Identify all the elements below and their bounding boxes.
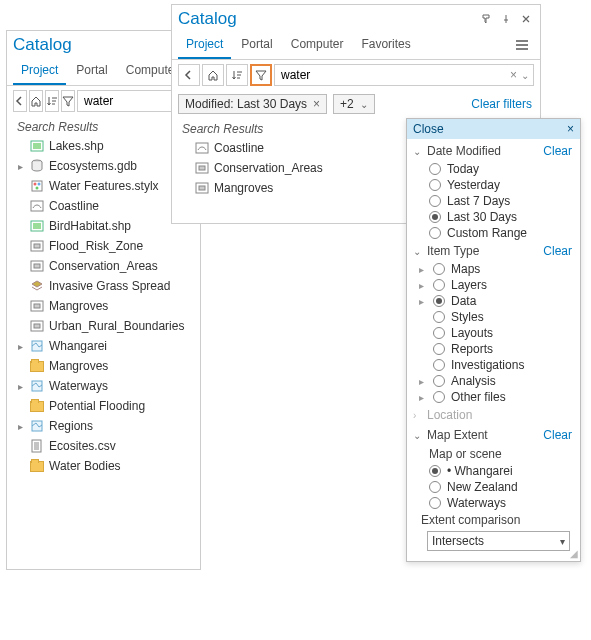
filter-option[interactable]: Last 30 Days [411, 209, 576, 225]
tab-portal[interactable]: Portal [233, 33, 280, 59]
list-item[interactable]: Mangroves [11, 296, 196, 316]
list-item[interactable]: ▸Waterways [11, 376, 196, 396]
home-icon[interactable] [202, 64, 224, 86]
menu-icon[interactable] [514, 37, 530, 53]
filter-chip-more[interactable]: +2 ⌄ [333, 94, 375, 114]
filter-option[interactable]: ▸Layers [411, 277, 576, 293]
back-button[interactable] [178, 64, 200, 86]
filter-chip-modified[interactable]: Modified: Last 30 Days × [178, 94, 327, 114]
list-item[interactable]: Urban_Rural_Boundaries [11, 316, 196, 336]
filter-option[interactable]: Layouts [411, 325, 576, 341]
filter-option[interactable]: ▸Other files [411, 389, 576, 405]
radio-icon[interactable] [433, 279, 445, 291]
list-item[interactable]: Ecosites.csv [11, 436, 196, 456]
radio-icon[interactable] [429, 497, 441, 509]
clear-filters-link[interactable]: Clear filters [471, 97, 540, 111]
list-item[interactable]: Invasive Grass Spread [11, 276, 196, 296]
close-icon[interactable]: × [567, 122, 574, 136]
radio-icon[interactable] [433, 311, 445, 323]
tab-project[interactable]: Project [13, 59, 66, 85]
list-item[interactable]: ▸Ecosystems.gdb [11, 156, 196, 176]
svg-point-5 [38, 183, 41, 186]
filter-option[interactable]: Investigations [411, 357, 576, 373]
radio-icon[interactable] [429, 227, 441, 239]
filter-option[interactable]: New Zealand [411, 479, 576, 495]
back-button[interactable] [13, 90, 27, 112]
list-item[interactable]: Coastline [11, 196, 196, 216]
chevron-right-icon[interactable]: ▸ [419, 280, 427, 291]
radio-icon[interactable] [429, 163, 441, 175]
radio-icon[interactable] [429, 179, 441, 191]
radio-icon[interactable] [433, 391, 445, 403]
radio-icon[interactable] [433, 359, 445, 371]
filter-option[interactable]: ▸Data [411, 293, 576, 309]
radio-icon[interactable] [429, 211, 441, 223]
list-item[interactable]: Water Bodies [11, 456, 196, 476]
chip-remove-icon[interactable]: × [313, 97, 320, 111]
map-icon [29, 418, 45, 434]
section-header[interactable]: › Location [411, 405, 576, 425]
extent-comparison-select[interactable]: Intersects ▾ [427, 531, 570, 551]
close-icon[interactable] [518, 11, 534, 27]
radio-icon[interactable] [433, 327, 445, 339]
clear-link[interactable]: Clear [543, 144, 574, 158]
expand-icon[interactable]: ▸ [15, 381, 25, 392]
chevron-right-icon[interactable]: ▸ [419, 264, 427, 275]
filter-panel-title[interactable]: Close [413, 122, 567, 136]
expand-icon[interactable]: ▸ [15, 341, 25, 352]
radio-icon[interactable] [433, 375, 445, 387]
filter-option[interactable]: Last 7 Days [411, 193, 576, 209]
tab-project[interactable]: Project [178, 33, 231, 59]
expand-icon[interactable]: ▸ [15, 421, 25, 432]
chevron-right-icon[interactable]: ▸ [419, 376, 427, 387]
chevron-down-icon[interactable]: ⌄ [521, 70, 529, 81]
radio-icon[interactable] [433, 343, 445, 355]
list-item[interactable]: ▸Whangarei [11, 336, 196, 356]
filter-option[interactable]: Custom Range [411, 225, 576, 241]
list-item[interactable]: Flood_Risk_Zone [11, 236, 196, 256]
filter-option[interactable]: • Whangarei [411, 463, 576, 479]
filter-icon[interactable] [61, 90, 75, 112]
radio-icon[interactable] [433, 295, 445, 307]
clear-link[interactable]: Clear [543, 428, 574, 442]
chevron-right-icon[interactable]: ▸ [419, 392, 427, 403]
list-item[interactable]: ▸Regions [11, 416, 196, 436]
tab-portal[interactable]: Portal [68, 59, 115, 85]
filter-option[interactable]: Waterways [411, 495, 576, 511]
filter-option[interactable]: Reports [411, 341, 576, 357]
filter-option[interactable]: Today [411, 161, 576, 177]
search-input-right[interactable] [279, 67, 506, 83]
search-clear-icon[interactable]: × [510, 68, 517, 82]
tab-favorites[interactable]: Favorites [353, 33, 418, 59]
home-icon[interactable] [29, 90, 43, 112]
filter-option[interactable]: Styles [411, 309, 576, 325]
select-value: Intersects [432, 534, 484, 548]
autohide-icon[interactable] [478, 11, 494, 27]
tab-computer[interactable]: Computer [283, 33, 352, 59]
chevron-right-icon[interactable]: ▸ [419, 296, 427, 307]
expand-icon[interactable]: ▸ [15, 161, 25, 172]
list-item[interactable]: Lakes.shp [11, 136, 196, 156]
radio-icon[interactable] [429, 481, 441, 493]
section-header[interactable]: ⌄ Date Modified Clear [411, 141, 576, 161]
filter-option[interactable]: ▸Maps [411, 261, 576, 277]
section-header[interactable]: ⌄ Item Type Clear [411, 241, 576, 261]
list-item[interactable]: Conservation_Areas [11, 256, 196, 276]
search-box-right[interactable]: × ⌄ [274, 64, 534, 86]
filter-icon[interactable] [250, 64, 272, 86]
radio-icon[interactable] [429, 465, 441, 477]
sort-icon[interactable] [45, 90, 59, 112]
list-item[interactable]: Potential Flooding [11, 396, 196, 416]
radio-icon[interactable] [433, 263, 445, 275]
list-item[interactable]: Mangroves [11, 356, 196, 376]
list-item[interactable]: BirdHabitat.shp [11, 216, 196, 236]
clear-link[interactable]: Clear [543, 244, 574, 258]
resize-grip-icon[interactable]: ◢ [570, 548, 578, 559]
list-item[interactable]: Water Features.stylx [11, 176, 196, 196]
section-header[interactable]: ⌄ Map Extent Clear [411, 425, 576, 445]
filter-option[interactable]: Yesterday [411, 177, 576, 193]
radio-icon[interactable] [429, 195, 441, 207]
sort-icon[interactable] [226, 64, 248, 86]
filter-option[interactable]: ▸Analysis [411, 373, 576, 389]
pin-icon[interactable] [498, 11, 514, 27]
